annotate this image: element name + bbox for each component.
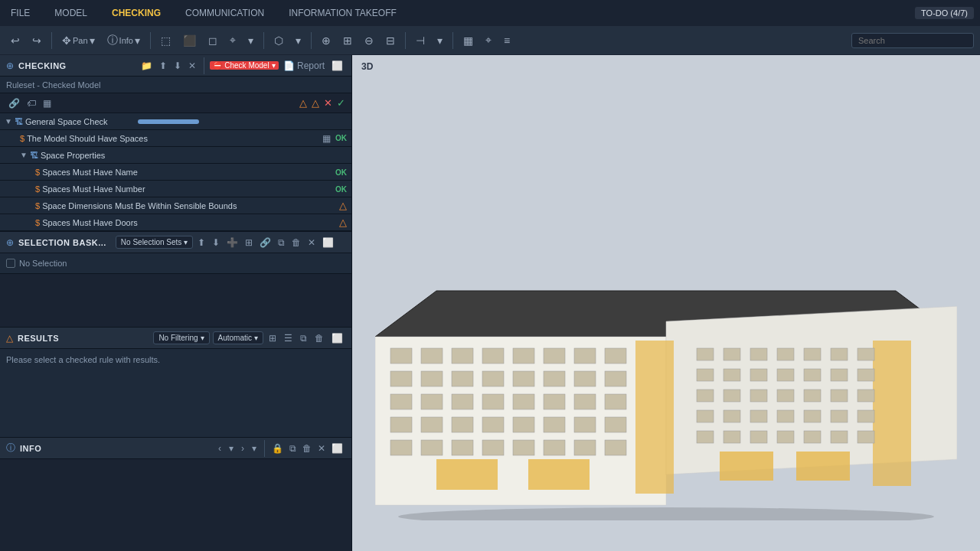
redo-button[interactable]: ↪ <box>28 31 46 50</box>
sel-delete-button[interactable]: 🗑 <box>289 236 303 249</box>
report-button[interactable]: 📄 Report <box>281 60 327 72</box>
results-content: Please select a checked rule with result… <box>0 349 351 437</box>
info-copy2-button[interactable]: ⧉ <box>287 442 299 455</box>
sel-expand-button[interactable]: ⬜ <box>320 236 336 249</box>
view-cube-button[interactable]: ⬡ <box>270 31 288 50</box>
space-button[interactable]: ◻ <box>204 31 222 50</box>
measure-dropdown[interactable]: ▾ <box>243 31 258 50</box>
folder-button[interactable]: 📁 <box>139 60 155 72</box>
col-check-icon[interactable]: ✓ <box>337 97 345 109</box>
sel-copy-button[interactable]: ⧉ <box>276 236 287 249</box>
download-button[interactable]: ⬇ <box>172 60 184 72</box>
info-dropdown-button[interactable]: ▾ <box>226 442 237 455</box>
menu-communication[interactable]: COMMUNICATION <box>181 5 269 21</box>
sel-link-button[interactable]: 🔗 <box>257 236 273 249</box>
zoom-fit-button[interactable]: ⊞ <box>338 31 357 50</box>
no-selection-checkbox[interactable] <box>6 259 15 268</box>
menu-file[interactable]: FILE <box>6 5 34 21</box>
check-model-button[interactable]: ⛔ Check Model ▾ <box>210 61 278 70</box>
main-content: ⊕ CHECKING 📁 ⬆ ⬇ ✕ ⛔ Check Model ▾ 📄 <box>0 55 980 551</box>
col-warn2-icon[interactable]: △ <box>312 97 319 109</box>
results-mode-dropdown[interactable]: Automatic ▾ <box>213 331 263 344</box>
info-close2-button[interactable]: ✕ <box>315 442 328 455</box>
tree-row-space-properties[interactable]: ▼ 🏗 Space Properties <box>0 147 351 164</box>
sel-down-button[interactable]: ⬇ <box>210 236 222 249</box>
svg-rect-66 <box>697 410 714 422</box>
toggle-general-space-check[interactable]: ▼ <box>5 117 12 126</box>
undo-button[interactable]: ↩ <box>6 31 24 50</box>
menu-information-takeoff[interactable]: INFORMATION TAKEOFF <box>284 5 401 21</box>
menu-model[interactable]: MODEL <box>50 5 92 21</box>
svg-rect-20 <box>421 394 443 409</box>
ruleset-label: Ruleset - Checked Model <box>6 80 101 90</box>
layers-button[interactable]: ▦ <box>459 31 478 50</box>
section-dropdown[interactable]: ▾ <box>433 31 447 50</box>
toggle-space-properties[interactable]: ▼ <box>20 151 28 159</box>
results-expand-button[interactable]: ⬜ <box>329 332 345 344</box>
svg-rect-27 <box>390 417 412 432</box>
tree-row-spaces-doors[interactable]: $ Spaces Must Have Doors △ <box>0 214 351 231</box>
viewport[interactable]: 3D <box>352 55 980 551</box>
selection-basket-content: No Selection <box>0 253 351 273</box>
info-lock-button[interactable]: 🔒 <box>270 442 286 455</box>
results-delete-button[interactable]: 🗑 <box>312 332 326 344</box>
col-warn1-icon[interactable]: △ <box>299 97 307 109</box>
col-link-icon[interactable]: 🔗 <box>6 97 22 109</box>
info-expand3-button[interactable]: ⬜ <box>329 442 345 455</box>
col-status-icons: △ △ ✕ ✓ <box>299 97 345 109</box>
tree-area[interactable]: ▼ 🏗 General Space Check $ The Model Shou… <box>0 113 351 231</box>
info-button[interactable]: ⓘ Info ▾ <box>103 31 145 51</box>
svg-rect-30 <box>482 417 504 432</box>
todo-badge: TO-DO (4/7) <box>915 7 974 19</box>
menu-checking[interactable]: CHECKING <box>107 5 165 21</box>
zoom-window-button[interactable]: ⊟ <box>381 31 400 50</box>
check-model-dropdown-icon: ▾ <box>272 61 276 70</box>
tree-row-general-space-check[interactable]: ▼ 🏗 General Space Check <box>0 113 351 130</box>
stories-button[interactable]: ≡ <box>499 31 514 50</box>
space-dimensions-warn: △ <box>339 200 347 211</box>
col-table-icon[interactable]: ▦ <box>41 97 54 109</box>
tree-row-spaces-name[interactable]: $ Spaces Must Have Name OK <box>0 164 351 181</box>
sel-group-button[interactable]: ⊞ <box>243 236 255 249</box>
results-filter-dropdown[interactable]: No Filtering ▾ <box>153 331 209 344</box>
model-spaces-label: The Model Should Have Spaces <box>27 134 322 143</box>
info-expand2-button[interactable]: ▾ <box>249 442 260 455</box>
sel-add-button[interactable]: ➕ <box>224 236 240 249</box>
svg-rect-76 <box>777 431 794 443</box>
results-group-button[interactable]: ⊞ <box>266 332 279 344</box>
info-delete2-button[interactable]: 🗑 <box>300 442 314 455</box>
tree-row-spaces-number[interactable]: $ Spaces Must Have Number OK <box>0 181 351 197</box>
info-next-button[interactable]: › <box>238 442 247 455</box>
measure-button[interactable]: ⌖ <box>225 31 240 50</box>
zoom-out-button[interactable]: ⊖ <box>360 31 378 50</box>
results-list-button[interactable]: ☰ <box>282 332 295 344</box>
sel-clear-button[interactable]: ✕ <box>305 236 318 249</box>
tree-row-space-dimensions[interactable]: $ Space Dimensions Must Be Within Sensib… <box>0 197 351 214</box>
view-dropdown[interactable]: ▾ <box>291 31 305 50</box>
col-x-icon[interactable]: ✕ <box>324 97 332 109</box>
svg-rect-6 <box>482 348 504 364</box>
pan-button[interactable]: ✥ Pan ▾ <box>57 31 100 50</box>
upload-button[interactable]: ⬆ <box>157 60 169 72</box>
maximize-checking-button[interactable]: ⬜ <box>329 60 345 72</box>
svg-rect-51 <box>858 348 874 360</box>
svg-rect-75 <box>750 431 767 443</box>
svg-rect-3 <box>390 348 412 364</box>
viewport-label: 3D <box>361 61 373 72</box>
selection-sets-dropdown[interactable]: No Selection Sets ▾ <box>116 236 194 249</box>
close-checking-button[interactable]: ✕ <box>186 60 198 72</box>
info-content <box>0 459 351 551</box>
box-select-button[interactable]: ⬛ <box>178 31 201 50</box>
search-input[interactable] <box>851 33 974 48</box>
svg-rect-34 <box>605 417 626 432</box>
sel-up-button[interactable]: ⬆ <box>195 236 207 249</box>
results-copy-button[interactable]: ⧉ <box>298 332 309 344</box>
col-tag-icon[interactable]: 🏷 <box>24 97 38 109</box>
select-button[interactable]: ⬚ <box>156 31 175 50</box>
tree-row-model-spaces[interactable]: $ The Model Should Have Spaces ▦ OK <box>0 130 351 147</box>
spaces-number-ok: OK <box>335 184 347 194</box>
info-prev-button[interactable]: ‹ <box>215 442 224 455</box>
section-button[interactable]: ⊣ <box>411 31 430 50</box>
zoom-in-button[interactable]: ⊕ <box>317 31 335 50</box>
location-button[interactable]: ⌖ <box>481 31 496 50</box>
